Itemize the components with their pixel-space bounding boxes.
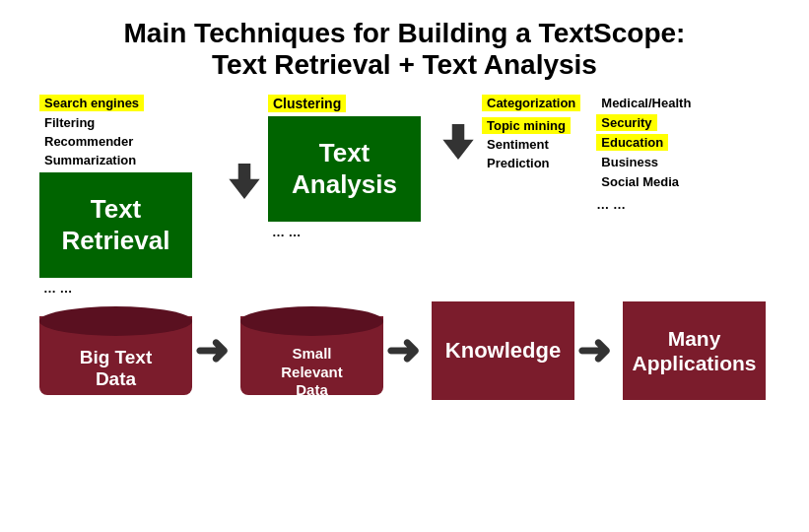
search-engines-label: Search engines bbox=[39, 95, 144, 111]
small-relevant-cylinder: SmallRelevant Data bbox=[240, 301, 383, 400]
text-retrieval-label: TextRetrieval bbox=[62, 194, 170, 254]
ellipsis-left: … … bbox=[30, 281, 73, 296]
categorization-label: Categorization bbox=[482, 95, 580, 111]
svg-marker-0 bbox=[229, 164, 259, 199]
arrow-right-1-icon: ➜ bbox=[194, 330, 229, 371]
text-analysis-label: TextAnalysis bbox=[292, 138, 397, 198]
topic-mining-label: Topic mining bbox=[482, 117, 571, 134]
cylinder-top bbox=[39, 306, 192, 336]
col-far-right: Medical/Health Security Education Busine… bbox=[596, 95, 696, 212]
many-apps-label: ManyApplications bbox=[633, 326, 757, 375]
ellipsis-far: … … bbox=[596, 197, 626, 212]
social-media-label: Social Media bbox=[596, 173, 684, 190]
filtering-label: Filtering bbox=[39, 114, 100, 131]
clustering-label: Clustering bbox=[268, 95, 346, 112]
svg-marker-1 bbox=[442, 124, 473, 160]
education-label: Education bbox=[596, 134, 668, 151]
arrow-right-2-icon: ➜ bbox=[385, 330, 420, 371]
bottom-section: Big TextData ➜ SmallRelevant Data ➜ Know… bbox=[30, 301, 779, 400]
diagram-top: Search engines Filtering Recommender Sum… bbox=[30, 95, 779, 295]
security-label: Security bbox=[596, 114, 656, 131]
many-apps-box: ManyApplications bbox=[623, 301, 766, 400]
down-arrow-left-icon bbox=[225, 164, 264, 199]
down-arrow-mid-icon bbox=[438, 124, 478, 160]
knowledge-label: Knowledge bbox=[445, 338, 561, 364]
col-analysis: Clustering TextAnalysis … … bbox=[268, 95, 440, 238]
sentiment-label: Sentiment bbox=[482, 136, 554, 153]
medical-label: Medical/Health bbox=[596, 95, 696, 111]
business-label: Business bbox=[596, 154, 663, 170]
down-arrow-left-col bbox=[227, 95, 262, 199]
col-retrieval: Search engines Filtering Recommender Sum… bbox=[30, 95, 227, 295]
down-arrow-mid-col bbox=[440, 95, 476, 160]
summarization-label: Summarization bbox=[39, 152, 141, 168]
left-labels: Filtering Recommender Summarization bbox=[30, 114, 141, 168]
text-retrieval-box: TextRetrieval bbox=[39, 172, 192, 277]
analysis-top-labels: Clustering bbox=[268, 95, 346, 112]
big-text-data-label: Big TextData bbox=[80, 346, 153, 389]
title-block: Main Techniques for Building a TextScope… bbox=[30, 18, 779, 81]
title-line2: Text Retrieval + Text Analysis bbox=[30, 49, 779, 81]
prediction-label: Prediction bbox=[482, 155, 555, 171]
knowledge-box: Knowledge bbox=[432, 301, 574, 400]
col-right-labels: Categorization Topic mining Sentiment Pr… bbox=[482, 95, 580, 171]
recommender-label: Recommender bbox=[39, 133, 138, 150]
title-line1: Main Techniques for Building a TextScope… bbox=[30, 18, 779, 49]
text-analysis-box: TextAnalysis bbox=[268, 116, 421, 221]
big-text-data-cylinder: Big TextData bbox=[39, 301, 192, 400]
ellipsis-mid: … … bbox=[268, 225, 302, 239]
small-relevant-label: SmallRelevant Data bbox=[276, 345, 348, 400]
small-cylinder-top bbox=[240, 306, 383, 336]
arrow-right-3-icon: ➜ bbox=[576, 330, 611, 371]
page: Main Techniques for Building a TextScope… bbox=[0, 0, 809, 532]
